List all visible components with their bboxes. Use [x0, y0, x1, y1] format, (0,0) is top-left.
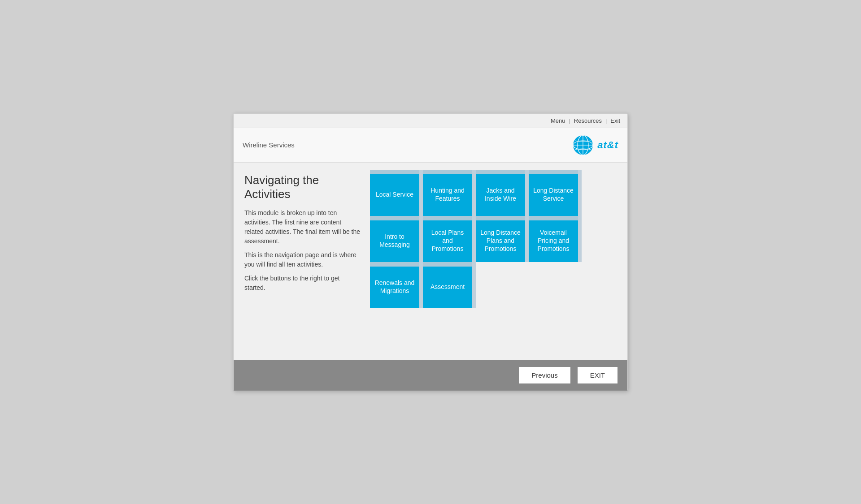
- separator1: |: [569, 117, 570, 124]
- exit-link[interactable]: Exit: [610, 117, 620, 124]
- description-1: This module is broken up into ten activi…: [244, 208, 361, 246]
- att-brand-text: at&t: [597, 139, 618, 151]
- header-title: Wireline Services: [243, 141, 295, 149]
- top-nav: Menu | Resources | Exit: [234, 114, 627, 128]
- separator2: |: [605, 117, 607, 124]
- activity-btn-ld-plans[interactable]: Long Distance Plans and Promotions: [476, 220, 525, 262]
- att-globe-icon: [572, 134, 594, 156]
- activity-row-2: Intro to Messaging Local Plans and Promo…: [370, 220, 617, 262]
- activity-btn-assessment[interactable]: Assessment: [423, 266, 472, 308]
- exit-button[interactable]: EXIT: [577, 366, 618, 384]
- app-window: Menu | Resources | Exit Wireline Service…: [233, 113, 628, 391]
- activity-btn-local-plans[interactable]: Local Plans and Promotions: [423, 220, 472, 262]
- menu-link[interactable]: Menu: [551, 117, 565, 124]
- description-2: This is the navigation page and is where…: [244, 250, 361, 269]
- activity-btn-local-service[interactable]: Local Service: [370, 173, 419, 216]
- description-3: Click the buttons to the right to get st…: [244, 274, 361, 293]
- activity-row-1: Local Service Hunting and Features Jacks…: [370, 173, 617, 216]
- page-heading: Navigating the Activities: [244, 173, 361, 201]
- activity-btn-voicemail[interactable]: Voicemail Pricing and Promotions: [529, 220, 578, 262]
- activity-row-3: Renewals and Migrations Assessment: [370, 266, 617, 308]
- footer: Previous EXIT: [234, 360, 627, 391]
- activity-grid: Local Service Hunting and Features Jacks…: [370, 173, 617, 351]
- resources-link[interactable]: Resources: [574, 117, 602, 124]
- activity-btn-hunting-features[interactable]: Hunting and Features: [423, 173, 472, 216]
- left-panel: Navigating the Activities This module is…: [244, 173, 361, 351]
- header: Wireline Services at&t: [234, 128, 627, 163]
- activity-btn-renewals[interactable]: Renewals and Migrations: [370, 266, 419, 308]
- activity-btn-intro-messaging[interactable]: Intro to Messaging: [370, 220, 419, 262]
- main-content: Navigating the Activities This module is…: [234, 163, 627, 360]
- activity-btn-long-distance[interactable]: Long Distance Service: [529, 173, 578, 216]
- att-logo: at&t: [572, 134, 618, 156]
- activity-btn-jacks-wire[interactable]: Jacks and Inside Wire: [476, 173, 525, 216]
- previous-button[interactable]: Previous: [518, 366, 571, 384]
